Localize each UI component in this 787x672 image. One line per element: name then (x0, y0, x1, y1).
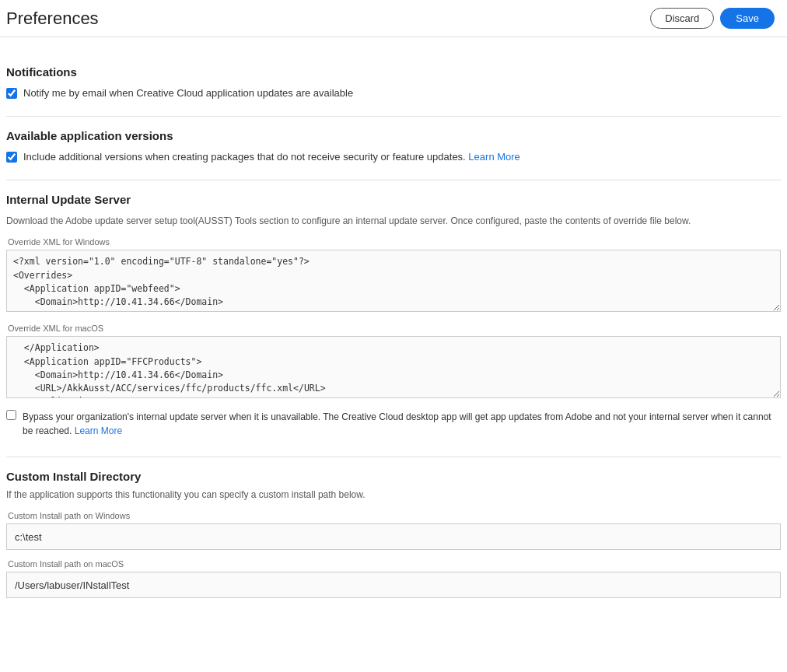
internal-update-server-desc: Download the Adobe update server setup t… (6, 214, 781, 228)
bypass-learn-more-link[interactable]: Learn More (75, 425, 122, 436)
available-versions-checkbox-row: Include additional versions when creatin… (6, 150, 781, 164)
internal-update-server-section: Internal Update Server Download the Adob… (6, 180, 781, 457)
custom-install-macos-label: Custom Install path on macOS (6, 559, 781, 569)
custom-install-desc: If the application supports this functio… (6, 488, 781, 502)
macos-xml-group: Override XML for macOS (6, 324, 781, 401)
page-title: Preferences (6, 9, 99, 29)
notifications-checkbox[interactable] (6, 88, 17, 99)
bypass-checkbox[interactable] (6, 410, 16, 420)
notifications-section: Notifications Notify me by email when Cr… (6, 53, 781, 117)
internal-update-server-title: Internal Update Server (6, 193, 781, 206)
notifications-checkbox-label[interactable]: Notify me by email when Creative Cloud a… (23, 86, 353, 100)
custom-install-section: Custom Install Directory If the applicat… (6, 457, 781, 598)
available-versions-title: Available application versions (6, 129, 781, 142)
header: Preferences Discard Save (0, 0, 787, 37)
notifications-checkbox-row: Notify me by email when Creative Cloud a… (6, 86, 781, 100)
custom-install-macos-group: Custom Install path on macOS (6, 559, 781, 598)
custom-install-macos-input[interactable] (6, 572, 781, 598)
windows-xml-group: Override XML for Windows (6, 237, 781, 314)
save-button[interactable]: Save (720, 8, 775, 29)
bypass-row: Bypass your organization's internal upda… (6, 410, 781, 438)
available-versions-checkbox[interactable] (6, 152, 17, 163)
windows-xml-textarea[interactable] (6, 250, 781, 312)
custom-install-title: Custom Install Directory (6, 470, 781, 483)
macos-xml-textarea[interactable] (6, 336, 781, 398)
available-versions-section: Available application versions Include a… (6, 117, 781, 180)
discard-button[interactable]: Discard (650, 8, 714, 29)
available-versions-learn-more-link[interactable]: Learn More (468, 151, 519, 163)
header-buttons: Discard Save (650, 8, 775, 29)
available-versions-checkbox-label: Include additional versions when creatin… (23, 150, 520, 164)
content: Notifications Notify me by email when Cr… (0, 37, 787, 623)
custom-install-windows-group: Custom Install path on Windows (6, 511, 781, 550)
macos-xml-label: Override XML for macOS (6, 324, 781, 333)
bypass-label: Bypass your organization's internal upda… (23, 410, 781, 438)
notifications-title: Notifications (6, 65, 781, 79)
custom-install-windows-label: Custom Install path on Windows (6, 511, 781, 520)
windows-xml-label: Override XML for Windows (6, 237, 781, 247)
custom-install-windows-input[interactable] (6, 523, 781, 550)
